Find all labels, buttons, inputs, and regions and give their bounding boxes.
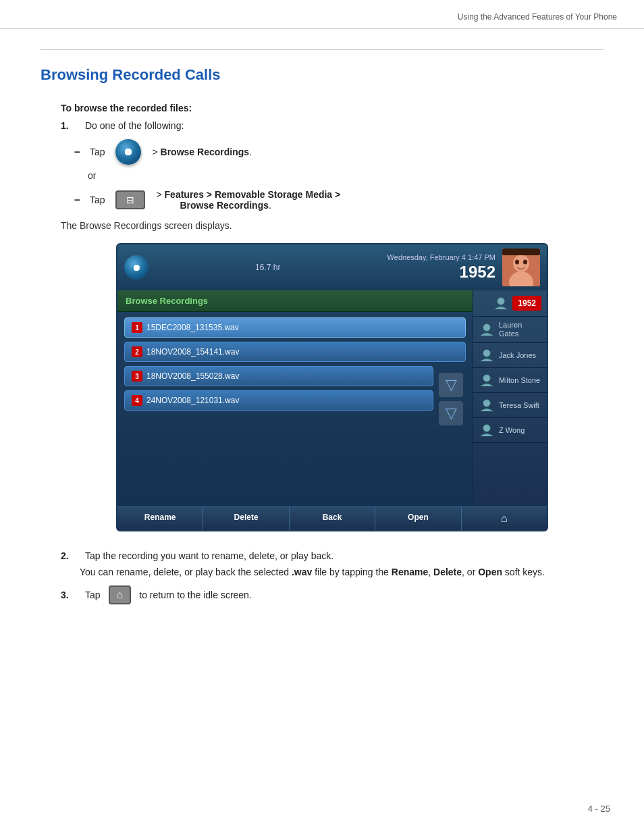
phone-avatar [502,249,540,286]
phone-main: Browse Recordings 1 15DEC2008_131535.wav… [117,290,473,506]
section-divider [41,49,603,50]
step2-sub: You can rename, delete, or play back the… [80,567,292,577]
step-2-subtext: You can rename, delete, or play back the… [80,567,603,577]
avatar-svg [502,249,540,286]
softkey-rename[interactable]: Rename [117,507,203,530]
dash-1: – [74,146,80,158]
dash-2: – [74,194,80,206]
rec-name-3: 18NOV2008_155028.wav [146,371,239,381]
bullet-2-suffix: > Features > Removable Storage Media > B… [156,189,340,211]
page-header: Using the Advanced Features of Your Phon… [0,0,644,29]
section-title: Browsing Recorded Calls [41,66,603,84]
contact-icon-zwong [479,422,495,438]
bullet-2-row: – Tap ⊟ > Features > Removable Storage M… [74,189,603,211]
screen-description: The Browse Recordings screen displays. [61,220,603,231]
sub-heading: To browse the recorded files: [61,103,603,113]
contact-icon-jack [479,347,495,363]
sidebar-contact-0[interactable]: Lauren Gates [473,317,547,343]
step2-or: , or [462,567,478,577]
page-content: Browsing Recorded Calls To browse the re… [0,29,644,652]
sidebar-contact-1[interactable]: Jack Jones [473,343,547,368]
page-footer: 4 - 25 [588,804,610,814]
phone-body: Browse Recordings 1 15DEC2008_131535.wav… [117,290,547,506]
step-3-suffix: to return to the idle screen. [139,590,252,600]
svg-point-9 [483,375,490,382]
sidebar-contact-3[interactable]: Teresa Swift [473,393,547,418]
scroll-up-btn[interactable]: ▽ [439,373,463,397]
ext-badge: 1952 [512,296,541,311]
bullet-1-suffix: > Browse Recordings. [152,147,251,157]
tap-icon-1[interactable]: ⏺ [115,139,141,165]
recordings-icon: ⏺ [123,146,134,158]
phone-screen: ⏺ 16.7 hr Wednesday, February 4 1:47 PM … [116,243,548,531]
browse-recordings-label-2: Browse Recordings [180,200,269,211]
phone-extension: 1952 [460,263,495,282]
svg-point-11 [483,425,490,432]
phone-softkeys: Rename Delete Back Open ⌂ [117,506,547,530]
contact-name-jack: Jack Jones [499,351,536,360]
svg-rect-5 [502,249,540,255]
instructions: To browse the recorded files: 1. Do one … [61,103,603,604]
step-1-number: 1. [61,120,80,131]
phone-top-right: Wednesday, February 4 1:47 PM 1952 [387,253,495,282]
phone-storage: 16.7 hr [155,263,381,272]
step-1-text: Do one of the following: [85,120,184,131]
home-icon-softkey: ⌂ [501,513,508,524]
recording-item-3[interactable]: 3 18NOV2008_155028.wav [124,366,433,386]
svg-point-4 [523,260,527,265]
step2-soft: soft keys. [502,567,545,577]
contact-icon-lauren [479,321,495,338]
step-3-block: 3. Tap ⌂ to return to the idle screen. [61,585,603,604]
step-2-block: 2. Tap the recording you want to rename,… [61,550,603,577]
contact-name-zwong: Z Wong [499,426,525,435]
svg-point-6 [498,298,504,305]
step2-wav: .wav [292,567,312,577]
softkey-back[interactable]: Back [290,507,375,530]
phone-top-bar: ⏺ 16.7 hr Wednesday, February 4 1:47 PM … [117,244,547,290]
rec-num-3: 3 [132,371,142,382]
rec-name-2: 18NOV2008_154141.wav [146,347,239,357]
contact-name-teresa: Teresa Swift [499,401,539,410]
bullet-1-row: – Tap ⏺ > Browse Recordings. [74,139,603,165]
browse-header: Browse Recordings [117,290,473,312]
rec-name-1: 15DEC2008_131535.wav [146,323,239,332]
rec-name-4: 24NOV2008_121031.wav [146,396,239,405]
contact-name-lauren: Lauren Gates [499,321,541,338]
step-3-tap: Tap [85,590,101,600]
step2-open: Open [478,567,502,577]
rec-num-2: 2 [132,346,142,357]
step-3-number: 3. [61,590,80,600]
rec-num-1: 1 [132,322,142,333]
phone-top-center: 16.7 hr [155,263,381,272]
step2-delete: Delete [433,567,462,577]
recording-item-2[interactable]: 2 18NOV2008_154141.wav [124,342,466,362]
sidebar-contact-2[interactable]: Milton Stone [473,368,547,393]
step2-sub2: file by tapping the [312,567,392,577]
recording-item-4[interactable]: 4 24NOV2008_121031.wav [124,390,433,411]
bullet-1-tap-label: Tap [90,147,105,157]
svg-point-3 [515,260,519,265]
phone-datetime: Wednesday, February 4 1:47 PM [387,253,495,261]
home-icon-rect: ⊟ [126,194,134,205]
home-button-inline[interactable]: ⌂ [109,585,132,604]
softkey-delete[interactable]: Delete [203,507,289,530]
recording-item-1[interactable]: 1 15DEC2008_131535.wav [124,317,466,338]
contact-icon-milton [479,372,495,388]
step-2-number: 2. [61,550,80,561]
contact-icon-0 [493,296,508,311]
softkey-home[interactable]: ⌂ [462,507,547,530]
bullet-2-tap-label: Tap [90,194,105,205]
sidebar-ext-item: 1952 [473,290,547,317]
tap-icon-rect[interactable]: ⊟ [115,190,145,209]
phone-sidebar: 1952 Lauren Gates [473,290,547,506]
softkey-open[interactable]: Open [375,507,461,530]
phone-logo-icon: ⏺ [132,262,141,273]
step2-comma: , [428,567,433,577]
step2-rename: Rename [392,567,428,577]
sidebar-contact-4[interactable]: Z Wong [473,418,547,443]
phone-logo-button[interactable]: ⏺ [124,255,149,280]
scroll-down-btn[interactable]: ▽ [439,401,463,425]
svg-point-10 [483,400,490,407]
recording-list: 1 15DEC2008_131535.wav 2 18NOV2008_15414… [117,312,473,438]
contact-name-milton: Milton Stone [499,376,540,385]
